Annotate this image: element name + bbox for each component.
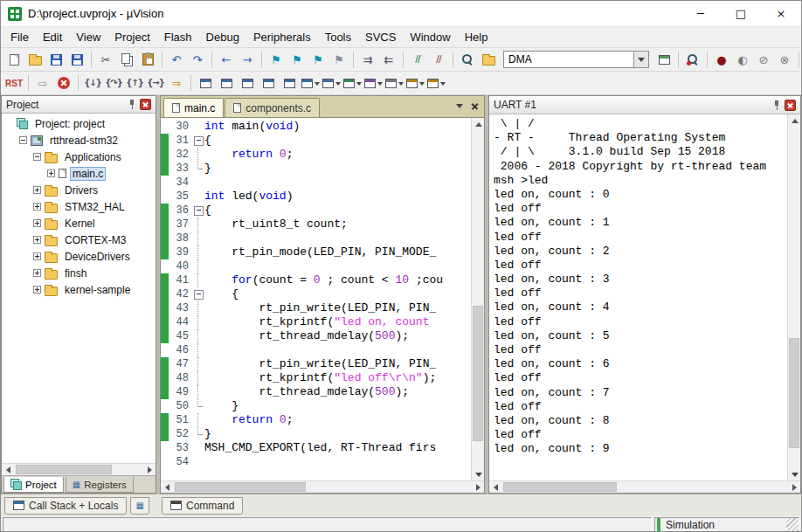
- tree-item-kernel[interactable]: Kernel: [2, 215, 156, 231]
- expander-icon[interactable]: [33, 252, 41, 260]
- tree-item-drivers[interactable]: Drivers: [2, 182, 156, 198]
- open-file-icon[interactable]: [25, 50, 45, 69]
- uart-vertical-scrollbar[interactable]: [787, 114, 800, 480]
- memory-windows-icon[interactable]: [321, 73, 341, 93]
- analysis-windows-icon[interactable]: [363, 73, 383, 93]
- bookmark-next-icon[interactable]: ⚑: [308, 50, 328, 69]
- show-next-statement-icon[interactable]: ⇒: [167, 73, 186, 93]
- copy-icon[interactable]: [117, 50, 136, 69]
- close-panel-icon[interactable]: [785, 100, 796, 111]
- menu-project[interactable]: Project: [107, 28, 156, 46]
- run-to-cursor-icon[interactable]: {→}: [146, 73, 165, 93]
- tree-item-devicedrivers[interactable]: DeviceDrivers: [2, 248, 156, 265]
- expander-icon[interactable]: [33, 286, 41, 294]
- scroll-track[interactable]: [173, 481, 472, 493]
- scroll-track[interactable]: [472, 130, 484, 468]
- fold-start-icon[interactable]: [193, 134, 204, 148]
- bookmark-clear-all-icon[interactable]: ⚑: [329, 50, 349, 69]
- menu-tools[interactable]: Tools: [318, 28, 358, 46]
- menu-peripherals[interactable]: Peripherals: [246, 28, 318, 46]
- editor-vertical-scrollbar[interactable]: [471, 118, 484, 480]
- scroll-right-icon[interactable]: [788, 481, 800, 494]
- scroll-down-icon[interactable]: [472, 468, 484, 480]
- scroll-thumb[interactable]: [16, 465, 112, 474]
- panel-tab-project[interactable]: Project: [3, 477, 64, 493]
- code-area[interactable]: 30int main(void)31{32 return 0;33}3435in…: [161, 118, 471, 480]
- command-tab[interactable]: Command: [162, 497, 243, 515]
- expander-icon[interactable]: [33, 269, 41, 277]
- watch-windows-icon[interactable]: [301, 73, 320, 93]
- editor-tab-main-c[interactable]: main.c: [163, 98, 224, 117]
- menu-edit[interactable]: Edit: [36, 28, 69, 46]
- command-window-icon[interactable]: [196, 73, 215, 93]
- disassembly-window-icon[interactable]: [217, 73, 236, 93]
- scroll-track[interactable]: [788, 127, 800, 468]
- tab-list-icon[interactable]: [453, 100, 466, 112]
- close-button[interactable]: ×: [761, 1, 801, 26]
- tree-item-finsh[interactable]: finsh: [2, 265, 156, 281]
- call-stack-locals-tab[interactable]: Call Stack + Locals: [4, 497, 127, 515]
- editor-tab-components-c[interactable]: components.c: [225, 98, 320, 117]
- scroll-down-icon[interactable]: [788, 468, 800, 480]
- scroll-thumb[interactable]: [789, 338, 799, 447]
- scroll-up-icon[interactable]: [788, 114, 800, 127]
- menu-help[interactable]: Help: [458, 28, 495, 46]
- locals-grid-tab[interactable]: ▦: [130, 497, 149, 515]
- tree-item-main-c[interactable]: main.c: [2, 165, 156, 182]
- scroll-left-icon[interactable]: [489, 481, 501, 494]
- expander-icon[interactable]: [33, 219, 41, 227]
- new-file-icon[interactable]: [4, 50, 24, 69]
- toolbox-icon[interactable]: [426, 73, 446, 93]
- system-viewer-icon[interactable]: [405, 73, 425, 93]
- insert-remove-breakpoint-icon[interactable]: ●: [712, 50, 731, 69]
- fold-start-icon[interactable]: [193, 287, 204, 301]
- undo-icon[interactable]: ↶: [167, 50, 186, 69]
- scroll-thumb[interactable]: [473, 306, 483, 441]
- close-panel-icon[interactable]: [140, 99, 151, 110]
- scroll-track[interactable]: [14, 464, 143, 475]
- uart-output[interactable]: \ | /- RT - Thread Operating System / | …: [489, 114, 787, 480]
- menu-file[interactable]: File: [3, 28, 36, 46]
- scroll-right-icon[interactable]: [143, 464, 156, 476]
- target-select-arrow-icon[interactable]: [634, 51, 649, 68]
- pin-icon[interactable]: [128, 100, 136, 109]
- save-all-icon[interactable]: [67, 50, 86, 69]
- registers-window-icon[interactable]: [259, 73, 278, 93]
- pin-icon[interactable]: [772, 100, 781, 110]
- project-horizontal-scrollbar[interactable]: [2, 463, 156, 475]
- tree-item-project-project[interactable]: Project: project: [2, 115, 156, 132]
- stop-icon[interactable]: [54, 73, 73, 93]
- minimize-button[interactable]: ─: [681, 1, 721, 26]
- uncomment-selection-icon[interactable]: //: [429, 50, 448, 69]
- indent-left-icon[interactable]: ⇇: [379, 50, 398, 69]
- comment-selection-icon[interactable]: //: [408, 50, 427, 69]
- navigate-back-icon[interactable]: ←: [217, 50, 236, 69]
- tree-item-rtthread-stm32[interactable]: rtthread-stm32: [2, 132, 156, 149]
- kill-all-breakpoints-icon[interactable]: ⊗: [775, 50, 794, 69]
- expander-icon[interactable]: [33, 186, 41, 194]
- maximize-button[interactable]: □: [721, 1, 761, 26]
- navigate-forward-icon[interactable]: →: [238, 50, 257, 69]
- panel-tab-registers[interactable]: ▦Registers: [66, 477, 134, 493]
- menu-flash[interactable]: Flash: [157, 28, 199, 46]
- scroll-up-icon[interactable]: [472, 118, 484, 130]
- menu-svcs[interactable]: SVCS: [358, 28, 403, 46]
- expander-icon[interactable]: [33, 236, 41, 244]
- resize-grip[interactable]: [786, 518, 799, 531]
- expander-icon[interactable]: [33, 153, 41, 161]
- menu-view[interactable]: View: [69, 28, 107, 46]
- manage-run-time-environment-icon[interactable]: [654, 50, 674, 69]
- scroll-thumb[interactable]: [503, 482, 617, 492]
- expander-icon[interactable]: [19, 136, 27, 144]
- scroll-right-icon[interactable]: [472, 481, 484, 494]
- symbols-window-icon[interactable]: [238, 73, 257, 93]
- close-document-icon[interactable]: [468, 100, 481, 112]
- menu-window[interactable]: Window: [403, 28, 457, 46]
- scroll-thumb[interactable]: [175, 482, 306, 492]
- expander-icon[interactable]: [33, 203, 41, 211]
- step-out-icon[interactable]: {↑}: [125, 73, 144, 93]
- fold-start-icon[interactable]: [193, 204, 204, 218]
- paste-icon[interactable]: [138, 50, 157, 69]
- menu-debug[interactable]: Debug: [199, 28, 246, 46]
- tree-item-kernel-sample[interactable]: kernel-sample: [2, 281, 156, 298]
